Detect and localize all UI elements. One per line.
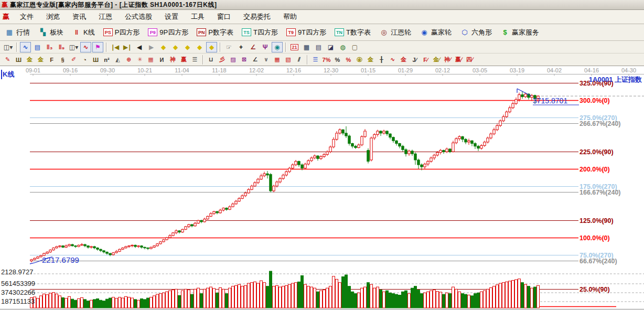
comb-f-icon[interactable]: F (47, 55, 57, 65)
gold-angle-icon[interactable]: 金∕ (432, 55, 442, 65)
candle-body (399, 144, 401, 146)
web-share-icon[interactable]: ◍ (337, 42, 348, 52)
crosshair-icon[interactable]: + (235, 42, 246, 52)
f-angle-icon[interactable]: F∕ (421, 55, 431, 65)
zigzag-chart-icon[interactable]: ∿ (20, 42, 31, 52)
candle-body (137, 246, 139, 247)
grid-red-icon[interactable]: ▦ (272, 55, 282, 65)
ying-tool-icon[interactable]: 赢 (179, 55, 189, 65)
menu-item-9[interactable]: 帮助 (277, 10, 303, 23)
toolbar-button-T四方形[interactable]: TST四方形 (239, 27, 281, 38)
toolbar-button-P四方形[interactable]: PSP四方形 (101, 27, 143, 38)
comb-gold-1-icon[interactable]: 金 (25, 55, 35, 65)
first-bar-icon[interactable]: ∣◀ (110, 42, 121, 52)
si-angle-icon[interactable]: 四∕ (465, 55, 475, 65)
comb-n2-icon[interactable]: n² (102, 55, 112, 65)
v-dotted-icon[interactable]: ∨ (261, 55, 271, 65)
candle-body (521, 95, 523, 97)
toolbar-button-9T四方形[interactable]: T99T四方形 (284, 27, 329, 38)
level-list-icon[interactable]: ☰ (310, 55, 320, 65)
bars-pen-icon[interactable]: ╂ (377, 55, 387, 65)
gold-circle-icon[interactable]: ㊎ (355, 55, 364, 65)
toolbar-button-六角形[interactable]: ⬡六角形 (457, 27, 495, 38)
marker-icon[interactable]: ✐ (69, 55, 79, 65)
percent-icon[interactable]: % (332, 55, 342, 65)
prev-bar-icon[interactable]: ◀ (134, 42, 145, 52)
zoom-in-icon[interactable]: ◆ (194, 42, 205, 52)
zoom-left-icon[interactable]: ◆ (158, 42, 169, 52)
calculator-icon[interactable]: ▦ (301, 42, 312, 52)
menu-item-7[interactable]: 窗口 (211, 10, 237, 23)
next-bar-icon[interactable]: ▶ (146, 42, 157, 52)
toolbar-button-赢家服务[interactable]: $赢家服务 (498, 27, 542, 38)
target-icon[interactable]: ⊕ (124, 55, 134, 65)
x-box-icon[interactable]: ⊠ (239, 55, 249, 65)
gann-pen-icon[interactable]: ✎ (3, 55, 13, 65)
comb-1-icon[interactable]: Ш (14, 55, 24, 65)
menu-item-8[interactable]: 交易委托 (237, 10, 277, 23)
angle-lines-icon[interactable]: ∠ (250, 55, 260, 65)
menu-item-6[interactable]: 工具 (185, 10, 211, 23)
candle-width-dropdown-icon[interactable]: ◫▾ (68, 42, 79, 52)
fan-lines-icon[interactable]: 彡 (217, 55, 227, 65)
comb-gold-2-icon[interactable]: 金 (36, 55, 46, 65)
toolbar-button-板块[interactable]: ▚板块 (36, 27, 66, 38)
toolbar-button-行情[interactable]: ▦行情 (2, 27, 33, 38)
wave-box-icon[interactable]: ∿ (80, 42, 91, 52)
anchor-tool-icon[interactable]: Ψ (260, 42, 271, 52)
ruler-123-icon[interactable]: ☰ (190, 55, 200, 65)
gold-bars-icon[interactable]: 金 (366, 55, 375, 65)
chart-canvas[interactable]: 325.0%(90)300.0%(0)275.0%(270)266.67%(24… (0, 66, 644, 310)
starburst-icon[interactable]: ✳ (135, 55, 145, 65)
last-bar-icon[interactable]: ▶∣ (122, 42, 133, 52)
j-angle-icon[interactable]: J∕ (410, 55, 420, 65)
candle-style-dropdown-icon[interactable]: ◫▾ (3, 42, 14, 52)
notepad-icon[interactable]: ▤ (313, 42, 324, 52)
a-wave-icon[interactable]: ∿ (388, 55, 398, 65)
pattern-box-icon[interactable]: ◉ (272, 42, 283, 52)
comb-2-icon[interactable]: Ш (91, 55, 101, 65)
bar-chart-9-icon[interactable]: ‖₉ (56, 42, 67, 52)
circle-gauge-icon[interactable]: ◔ (80, 55, 90, 65)
fan-box-icon[interactable]: ▨ (228, 55, 238, 65)
bar-chart-3-icon[interactable]: ‖₃ (44, 42, 55, 52)
toolbar-button-T数字表[interactable]: TNT数字表 (332, 27, 373, 38)
angle-measure-icon[interactable]: ∠ (248, 42, 259, 52)
zoom-fit-icon[interactable]: ◆ (206, 42, 217, 52)
toolbar-button-9P四方形[interactable]: P99P四方形 (145, 27, 191, 38)
volume-bar (159, 294, 162, 308)
toolbar-button-赢家轮[interactable]: ◉赢家轮 (417, 27, 454, 38)
zoom-right-icon[interactable]: ◆ (170, 42, 181, 52)
menu-item-4[interactable]: 公式选股 (119, 10, 158, 23)
clipboard-icon[interactable]: ▤ (32, 42, 43, 52)
drag-hand-icon[interactable]: ☞ (223, 42, 234, 52)
menu-item-1[interactable]: 浏览 (40, 10, 66, 23)
toolbar-button-江恩轮[interactable]: ◎江恩轮 (377, 27, 414, 38)
percent-strike-icon[interactable]: 7% (321, 55, 331, 65)
gold-box-icon[interactable]: 金 (399, 55, 409, 65)
toolbar-button-K线[interactable]: ‖K线 (69, 27, 98, 38)
grid-arrow-icon[interactable]: ▧ (283, 55, 293, 65)
box-ruler-icon[interactable]: ⊔ (206, 55, 216, 65)
calendar-icon[interactable]: 21 (289, 42, 300, 52)
remote-computer-icon[interactable]: ▢ (349, 42, 360, 52)
menu-item-2[interactable]: 资讯 (66, 10, 92, 23)
shen-tool-icon[interactable]: 神 (168, 55, 178, 65)
percent-bar-icon[interactable]: % (344, 55, 353, 65)
candle-body (405, 149, 407, 154)
slant-lines-icon[interactable]: ⫽ (294, 55, 304, 65)
menu-item-0[interactable]: 文件 (14, 10, 40, 23)
menu-item-3[interactable]: 江恩 (92, 10, 119, 23)
zoom-out-icon[interactable]: ◆ (182, 42, 193, 52)
grid-box-icon[interactable]: ▦ (146, 55, 156, 65)
triangle-tool-icon[interactable]: ◭ (113, 55, 123, 65)
spiral-icon[interactable]: § (58, 55, 68, 65)
shen-angle-icon[interactable]: 神∕ (443, 55, 453, 65)
menu-item-5[interactable]: 设置 (158, 10, 185, 23)
pitchfork-icon[interactable]: И (157, 55, 167, 65)
save-icon[interactable]: ◪ (325, 42, 336, 52)
flag-icon[interactable]: ⚑ (92, 42, 103, 52)
toolbar-button-P数字表[interactable]: PNP数字表 (194, 27, 236, 38)
T9-icon: T9 (286, 28, 296, 36)
ying-angle-icon[interactable]: 赢∕ (454, 55, 464, 65)
